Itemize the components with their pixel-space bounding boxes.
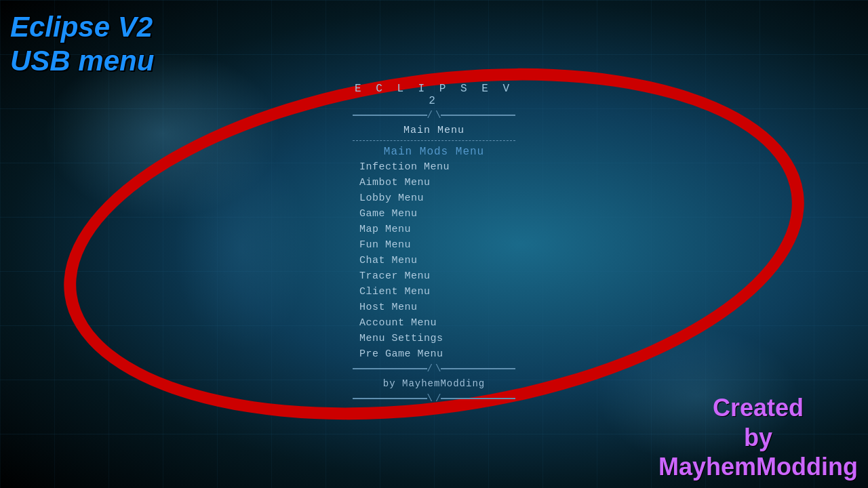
- menu-item-infection[interactable]: Infection Menu: [353, 159, 515, 175]
- eclipse-title: E C L I P S E V 2: [353, 83, 515, 107]
- menu-item-settings[interactable]: Menu Settings: [353, 331, 515, 346]
- slash-right-bottom1: \: [435, 363, 441, 374]
- menu-item-host[interactable]: Host Menu: [353, 300, 515, 315]
- menu-item-map[interactable]: Map Menu: [353, 222, 515, 237]
- menu-panel: E C L I P S E V 2 / \ Main Menu Main Mod…: [353, 83, 515, 405]
- menu-item-pregame[interactable]: Pre Game Menu: [353, 346, 515, 362]
- credit-by: by: [658, 423, 858, 452]
- slash-right-top: \: [435, 110, 441, 121]
- credit-author: MayhemModding: [658, 452, 858, 481]
- menu-item-lobby[interactable]: Lobby Menu: [353, 190, 515, 206]
- top-left-branding: Eclipse V2 USB menu: [10, 10, 154, 79]
- bottom-right-credit: Created by MayhemModding: [658, 393, 858, 481]
- menu-item-account[interactable]: Account Menu: [353, 315, 515, 331]
- slash-left-bottom1: /: [427, 363, 433, 374]
- footer-label: by MayhemModding: [383, 375, 485, 392]
- menu-item-game[interactable]: Game Menu: [353, 206, 515, 222]
- credit-created: Created: [658, 393, 858, 422]
- menu-item-chat[interactable]: Chat Menu: [353, 253, 515, 268]
- menu-item-client[interactable]: Client Menu: [353, 284, 515, 300]
- slash-left-bottom2: \: [427, 393, 433, 404]
- slash-right-bottom2: /: [435, 393, 441, 404]
- top-left-line1: Eclipse V2: [10, 10, 154, 44]
- menu-item-aimbot[interactable]: Aimbot Menu: [353, 175, 515, 190]
- slash-left-top: /: [427, 110, 433, 121]
- top-left-line2: USB menu: [10, 44, 154, 78]
- deco-line-1: [353, 140, 515, 141]
- bottom-deco-line-1: / \: [353, 363, 515, 374]
- bottom-deco-line-2: \ /: [353, 393, 515, 404]
- menu-item-fun[interactable]: Fun Menu: [353, 237, 515, 253]
- menu-item-tracer[interactable]: Tracer Menu: [353, 268, 515, 284]
- top-deco-line: / \: [353, 110, 515, 121]
- main-menu-label: Main Menu: [403, 122, 465, 139]
- section-header: Main Mods Menu: [353, 142, 515, 159]
